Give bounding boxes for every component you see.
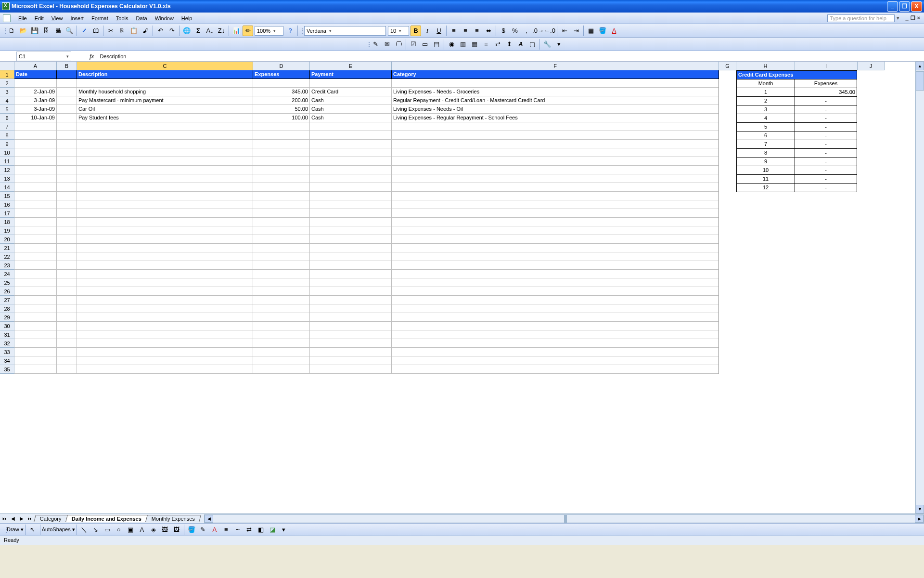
cell[interactable]	[310, 356, 392, 365]
cell[interactable]	[736, 209, 795, 218]
workbook-close-button[interactable]: ×	[917, 15, 920, 21]
cell[interactable]	[77, 339, 253, 348]
cell[interactable]	[77, 330, 253, 339]
cell[interactable]	[858, 218, 885, 226]
horizontal-scrollbar[interactable]: ◀ ▶	[204, 514, 924, 523]
cell[interactable]	[719, 70, 736, 79]
cell-expense[interactable]: 200.00	[253, 96, 310, 105]
side-value[interactable]: -	[795, 122, 857, 131]
cell[interactable]	[719, 296, 736, 304]
cell[interactable]	[719, 339, 736, 348]
cell[interactable]	[719, 330, 736, 339]
cell[interactable]	[392, 313, 719, 322]
row-header[interactable]: 33	[0, 348, 14, 356]
cell[interactable]	[77, 131, 253, 140]
cell[interactable]	[77, 278, 253, 287]
row-header[interactable]: 8	[0, 131, 14, 140]
column-header-H[interactable]: H	[736, 62, 795, 70]
merge-center-button[interactable]: ⬌	[483, 26, 494, 36]
cell[interactable]	[719, 261, 736, 270]
cell[interactable]	[253, 79, 310, 88]
side-month[interactable]: 10	[736, 166, 795, 175]
permission-button[interactable]: 🗄	[41, 26, 51, 36]
row-header[interactable]: 25	[0, 278, 14, 287]
cell[interactable]	[77, 356, 253, 365]
cell[interactable]	[795, 322, 858, 330]
toolbar-grip[interactable]	[2, 26, 5, 36]
cell[interactable]	[719, 88, 736, 96]
row-header[interactable]: 6	[0, 114, 14, 122]
diagram-icon[interactable]: ◈	[148, 525, 159, 535]
cell[interactable]	[795, 365, 858, 374]
cell[interactable]	[14, 122, 57, 131]
cell[interactable]	[253, 270, 310, 278]
menu-file[interactable]: File	[14, 14, 31, 22]
cell[interactable]	[858, 330, 885, 339]
sort-desc-button[interactable]: Z↓	[216, 26, 227, 36]
percent-button[interactable]: %	[510, 26, 520, 36]
decrease-decimal-button[interactable]: ←.0	[544, 26, 555, 36]
cell[interactable]	[795, 304, 858, 313]
side-month[interactable]: 5	[736, 122, 795, 131]
cell[interactable]	[719, 183, 736, 192]
font-color-icon[interactable]: A	[209, 525, 220, 535]
cell[interactable]	[310, 365, 392, 374]
workbook-minimize-button[interactable]: _	[905, 15, 908, 21]
cell[interactable]	[719, 114, 736, 122]
cell[interactable]	[795, 339, 858, 348]
cell[interactable]	[253, 261, 310, 270]
cell[interactable]	[858, 122, 885, 131]
cell[interactable]	[253, 296, 310, 304]
cell[interactable]	[858, 226, 885, 235]
header-blank[interactable]	[57, 70, 77, 79]
cell[interactable]	[719, 200, 736, 209]
cell[interactable]	[57, 131, 77, 140]
scroll-split[interactable]	[564, 515, 567, 523]
cell[interactable]	[14, 339, 57, 348]
row-header[interactable]: 14	[0, 183, 14, 192]
cell[interactable]	[57, 261, 77, 270]
italic-button[interactable]: I	[422, 26, 433, 36]
cell-payment[interactable]: Credit Card	[310, 88, 392, 96]
cell[interactable]	[57, 140, 77, 148]
cell[interactable]	[77, 296, 253, 304]
cell[interactable]	[858, 244, 885, 252]
cell[interactable]	[719, 166, 736, 174]
tool-icon[interactable]: ⬍	[504, 39, 514, 50]
row-header[interactable]: 5	[0, 105, 14, 114]
cell[interactable]	[77, 287, 253, 296]
cell[interactable]	[858, 339, 885, 348]
cell[interactable]	[858, 70, 885, 79]
cell[interactable]	[392, 287, 719, 296]
cell[interactable]	[57, 96, 77, 105]
cell[interactable]	[392, 166, 719, 174]
cell[interactable]	[14, 330, 57, 339]
cell[interactable]	[858, 131, 885, 140]
cell[interactable]	[858, 114, 885, 122]
row-header[interactable]: 27	[0, 296, 14, 304]
cell[interactable]	[392, 79, 719, 88]
cell[interactable]	[57, 166, 77, 174]
cell[interactable]	[736, 200, 795, 209]
cell[interactable]	[719, 304, 736, 313]
tab-last-button[interactable]: ⏭	[26, 516, 35, 521]
cell[interactable]	[77, 270, 253, 278]
toolbar-options-icon[interactable]: ▾	[279, 525, 289, 535]
cell[interactable]	[795, 200, 858, 209]
row-header[interactable]: 18	[0, 218, 14, 226]
cell[interactable]	[736, 235, 795, 244]
cell[interactable]	[795, 356, 858, 365]
cell[interactable]	[57, 252, 77, 261]
cell[interactable]	[310, 148, 392, 157]
row-header[interactable]: 3	[0, 88, 14, 96]
cell[interactable]	[736, 226, 795, 235]
cell[interactable]	[57, 218, 77, 226]
row-header[interactable]: 7	[0, 122, 14, 131]
cell[interactable]	[57, 105, 77, 114]
cell[interactable]	[858, 270, 885, 278]
close-button[interactable]: X	[911, 1, 922, 12]
side-month[interactable]: 1	[736, 88, 795, 97]
cell[interactable]	[719, 287, 736, 296]
tool-icon[interactable]: ≡	[481, 39, 491, 50]
tool-icon[interactable]: ▤	[431, 39, 442, 50]
